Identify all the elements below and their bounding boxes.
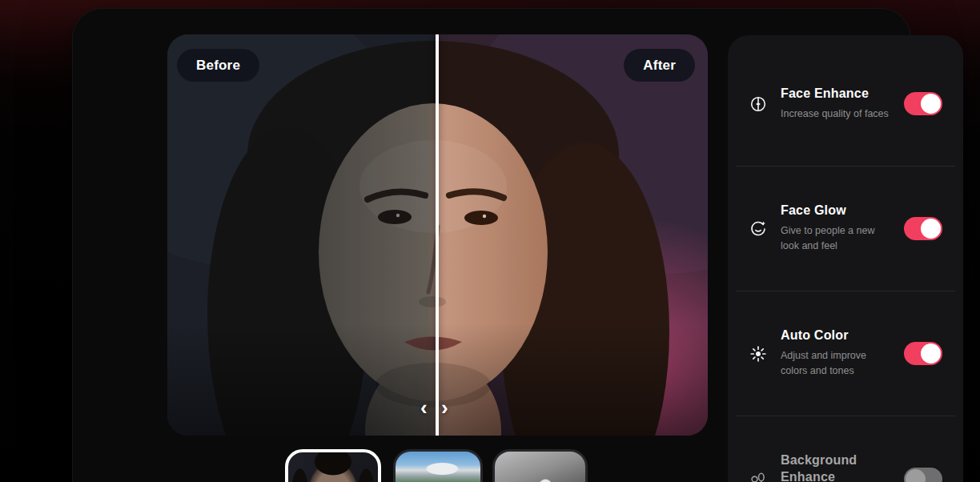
comparison-slider-handle[interactable] [436, 34, 439, 436]
auto-color-toggle[interactable] [904, 342, 942, 365]
face-glow-toggle[interactable] [904, 217, 942, 240]
setting-title: Background Enhance [781, 452, 891, 482]
chevron-right-icon: › [441, 397, 448, 418]
chevron-left-icon: ‹ [420, 397, 428, 418]
enhance-settings-panel: Face Enhance Increase quality of faces F… [728, 35, 963, 482]
setting-subtitle: Adjust and improve colors and tones [781, 348, 891, 380]
before-after-preview: Before After ‹ › [167, 34, 708, 436]
toggle-knob [906, 469, 926, 482]
thumbnail-portrait[interactable] [285, 449, 381, 482]
setting-row-face-glow: Face Glow Give to people a new look and … [736, 167, 955, 291]
toggle-knob [921, 343, 941, 364]
background-enhance-icon [749, 469, 768, 482]
thumbnail-bw-family-photo[interactable] [492, 449, 588, 482]
setting-row-auto-color: Auto Color Adjust and improve colors and… [736, 291, 955, 416]
setting-subtitle: Increase quality of faces [781, 106, 891, 122]
after-badge: After [624, 49, 695, 82]
setting-subtitle: Give to people a new look and feel [781, 223, 891, 255]
setting-row-face-enhance: Face Enhance Increase quality of faces [736, 42, 955, 167]
toggle-knob [921, 94, 941, 114]
before-badge: Before [177, 49, 259, 82]
setting-title: Auto Color [781, 327, 891, 344]
background-enhance-toggle[interactable] [904, 468, 942, 482]
auto-color-icon [749, 344, 768, 364]
setting-row-background-enhance: Background Enhance Increase the quality … [736, 416, 955, 482]
setting-title: Face Enhance [781, 86, 891, 102]
app-window: Before After ‹ › Face Enhance Increase q… [72, 8, 911, 482]
toggle-knob [921, 219, 941, 239]
face-enhance-icon [749, 94, 768, 114]
setting-title: Face Glow [781, 203, 891, 219]
thumbnail-mountain-landscape[interactable] [393, 449, 483, 482]
face-glow-icon [749, 219, 768, 239]
face-enhance-toggle[interactable] [904, 92, 942, 115]
